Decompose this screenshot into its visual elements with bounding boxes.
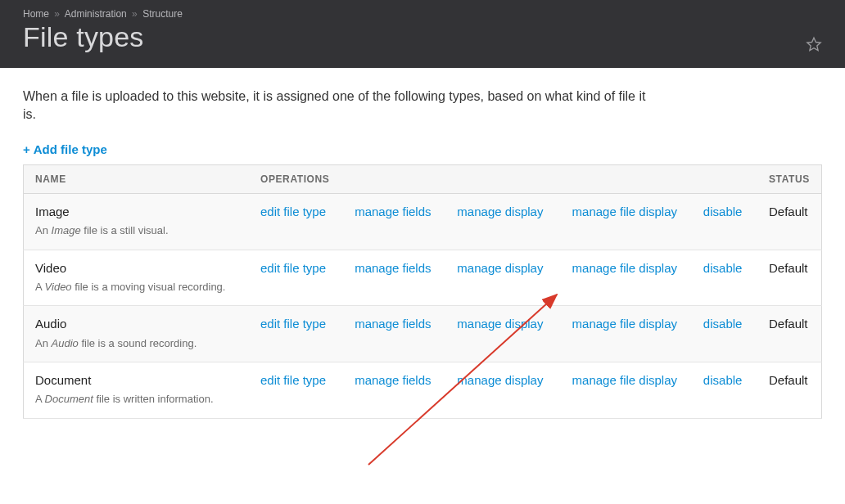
manage-file-display-link[interactable]: manage file display: [572, 372, 677, 389]
col-header-operations: OPERATIONS: [249, 164, 757, 193]
disable-link[interactable]: disable: [703, 260, 743, 277]
disable-link[interactable]: disable: [703, 204, 743, 220]
status-cell: Default: [757, 306, 822, 362]
manage-display-link[interactable]: manage display: [457, 316, 543, 332]
status-cell: Default: [757, 362, 822, 419]
disable-link[interactable]: disable: [703, 316, 743, 332]
add-file-type-link[interactable]: + Add file type: [23, 142, 107, 156]
manage-display-link[interactable]: manage display: [457, 204, 543, 220]
col-header-name: NAME: [24, 164, 249, 193]
col-header-status: STATUS: [757, 164, 822, 193]
manage-fields-link[interactable]: manage fields: [355, 204, 431, 220]
disable-link[interactable]: disable: [703, 372, 743, 389]
file-type-name: Image: [35, 204, 237, 220]
breadcrumb-link-structure[interactable]: Structure: [142, 8, 183, 20]
manage-file-display-link[interactable]: manage file display: [572, 260, 677, 277]
file-type-desc: An Audio file is a sound recording.: [35, 336, 237, 351]
star-icon[interactable]: [806, 36, 822, 52]
table-row: Image An Image file is a still visual. e…: [24, 193, 822, 250]
page-title: File types: [23, 21, 822, 53]
manage-fields-link[interactable]: manage fields: [355, 260, 431, 277]
breadcrumb-link-administration[interactable]: Administration: [65, 8, 127, 20]
file-types-table: NAME OPERATIONS STATUS Image An Image fi…: [23, 164, 822, 419]
status-cell: Default: [757, 250, 822, 306]
manage-file-display-link[interactable]: manage file display: [572, 204, 677, 220]
manage-fields-link[interactable]: manage fields: [355, 316, 431, 332]
file-type-name: Audio: [35, 316, 237, 332]
file-type-name: Video: [35, 260, 237, 277]
table-row: Video A Video file is a moving visual re…: [24, 250, 822, 306]
file-type-name: Document: [35, 372, 237, 389]
table-row: Audio An Audio file is a sound recording…: [24, 306, 822, 362]
page-header: Home » Administration » Structure File t…: [0, 0, 845, 68]
breadcrumb-sep: »: [132, 8, 138, 20]
breadcrumb-link-home[interactable]: Home: [23, 8, 49, 20]
manage-fields-link[interactable]: manage fields: [355, 372, 431, 389]
file-type-desc: An Image file is a still visual.: [35, 223, 237, 238]
plus-icon: +: [23, 142, 30, 156]
edit-file-type-link[interactable]: edit file type: [260, 260, 326, 277]
status-cell: Default: [757, 193, 822, 250]
breadcrumb: Home » Administration » Structure: [23, 8, 822, 20]
intro-text: When a file is uploaded to this website,…: [23, 88, 662, 124]
file-type-desc: A Video file is a moving visual recordin…: [35, 280, 237, 295]
breadcrumb-sep: »: [54, 8, 60, 20]
table-row: Document A Document file is written info…: [24, 362, 822, 419]
manage-file-display-link[interactable]: manage file display: [572, 316, 677, 332]
edit-file-type-link[interactable]: edit file type: [260, 204, 326, 220]
svg-marker-0: [807, 38, 820, 50]
add-file-type-label: Add file type: [34, 142, 107, 156]
manage-display-link[interactable]: manage display: [457, 260, 543, 277]
edit-file-type-link[interactable]: edit file type: [260, 372, 326, 389]
content: When a file is uploaded to this website,…: [0, 68, 845, 443]
edit-file-type-link[interactable]: edit file type: [260, 316, 326, 332]
file-type-desc: A Document file is written information.: [35, 392, 237, 407]
manage-display-link[interactable]: manage display: [457, 372, 543, 389]
